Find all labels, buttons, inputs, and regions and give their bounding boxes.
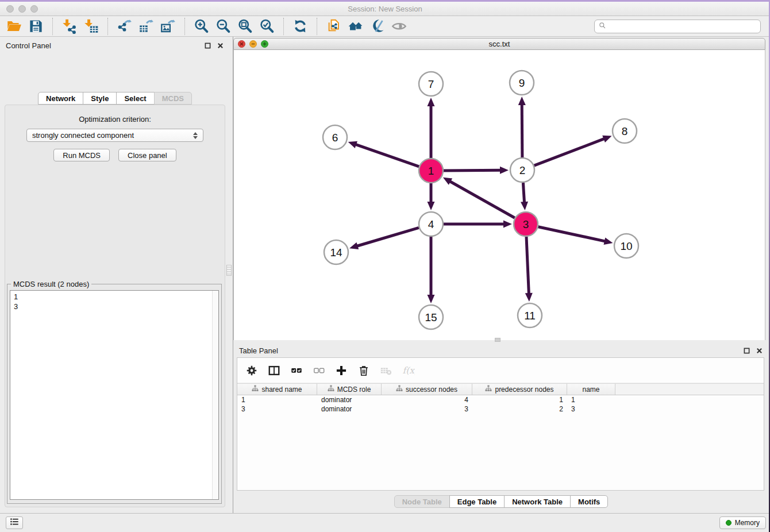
tab-style[interactable]: Style (83, 92, 117, 105)
svg-text:3: 3 (523, 218, 529, 230)
export-network-icon[interactable] (116, 18, 133, 34)
tab-node-table[interactable]: Node Table (394, 495, 450, 508)
home-view-icon[interactable] (347, 18, 364, 34)
graph-edge-4-14[interactable] (357, 228, 419, 246)
graph-node-2[interactable]: 2 (510, 158, 534, 182)
column-header-successor-nodes[interactable]: successor nodes (382, 384, 472, 395)
zoom-fit-icon[interactable] (237, 18, 253, 34)
graph-arrowhead (500, 167, 509, 174)
graph-node-11[interactable]: 11 (518, 303, 542, 327)
show-hide-graphics-icon[interactable] (391, 18, 407, 34)
column-header-name[interactable]: name (567, 384, 615, 395)
column-header-mcds-role[interactable]: MCDS role (317, 384, 382, 395)
graph-node-3[interactable]: 3 (514, 212, 538, 236)
cell-shared-name[interactable]: 1 (237, 395, 317, 404)
graph-arrowhead (518, 97, 526, 105)
graph-node-4[interactable]: 4 (419, 212, 443, 236)
select-all-icon[interactable] (290, 364, 303, 377)
zoom-in-icon[interactable] (193, 18, 210, 34)
import-network-icon[interactable] (61, 18, 78, 34)
task-history-button[interactable] (6, 516, 23, 529)
tab-edge-table[interactable]: Edge Table (449, 495, 505, 508)
cell-name[interactable]: 3 (567, 404, 615, 414)
tree-icon (252, 385, 259, 394)
criterion-value: strongly connected component (32, 131, 134, 140)
add-column-icon[interactable] (334, 364, 348, 377)
graph-node-15[interactable]: 15 (419, 305, 443, 329)
graph-arrowhead (503, 221, 512, 228)
apply-style-icon[interactable] (369, 18, 386, 34)
table-row[interactable]: 1dominator411 (237, 395, 764, 404)
control-panel: Control Panel NetworkStyleSelectMCDS Opt… (0, 37, 230, 513)
graph-edge-2-3[interactable] (523, 183, 524, 203)
graph-node-10[interactable]: 10 (614, 234, 638, 258)
cell-mcds-role[interactable]: dominator (317, 395, 382, 404)
cell-mcds-role[interactable]: dominator (317, 404, 382, 414)
open-session-icon[interactable] (6, 18, 22, 34)
float-table-panel-icon[interactable] (743, 347, 750, 354)
export-table-icon[interactable] (138, 18, 155, 34)
split-panel-icon[interactable] (267, 364, 281, 377)
search-input[interactable] (609, 21, 756, 31)
graph-edge-1-2[interactable] (444, 170, 501, 171)
export-image-icon[interactable] (160, 18, 176, 34)
close-table-panel-icon[interactable] (756, 347, 763, 354)
graph-node-6[interactable]: 6 (323, 125, 347, 149)
tab-network-table[interactable]: Network Table (504, 495, 571, 508)
zoom-out-icon[interactable] (215, 18, 232, 34)
graph-edge-3-11[interactable] (526, 237, 529, 294)
duplicate-network-icon[interactable] (325, 18, 342, 34)
graph-node-7[interactable]: 7 (419, 72, 443, 96)
graph-node-1[interactable]: 1 (419, 159, 443, 183)
graph-arrowhead (428, 295, 435, 303)
graph-node-9[interactable]: 9 (510, 71, 534, 95)
graph-edge-2-8[interactable] (534, 138, 605, 165)
deselect-all-icon[interactable] (312, 364, 326, 377)
delete-column-icon[interactable] (357, 364, 371, 377)
network-resize-handle[interactable] (495, 338, 500, 342)
vertical-splitter-handle[interactable] (226, 265, 232, 276)
network-graph: 7968124314101511 (234, 50, 765, 340)
mcds-result-text[interactable]: 1 3 (10, 290, 219, 500)
graph-edge-2-9[interactable] (522, 104, 522, 157)
close-panel-button[interactable]: Close panel (118, 149, 176, 161)
memory-button[interactable]: Memory (719, 516, 766, 529)
criterion-select[interactable]: strongly connected component (26, 129, 203, 142)
float-panel-icon[interactable] (204, 42, 211, 49)
tab-mcds[interactable]: MCDS (154, 92, 192, 105)
cell-predecessor-nodes[interactable]: 1 (472, 395, 567, 404)
cell-shared-name[interactable]: 3 (237, 404, 317, 414)
toolbar-separator (317, 18, 317, 35)
table-settings-icon[interactable] (245, 364, 259, 377)
cell-predecessor-nodes[interactable]: 2 (472, 404, 567, 414)
save-session-icon[interactable] (28, 18, 44, 34)
svg-text:7: 7 (428, 78, 434, 90)
zoom-selected-icon[interactable] (259, 18, 275, 34)
column-header-predecessor-nodes[interactable]: predecessor nodes (472, 384, 567, 395)
graph-edge-1-6[interactable] (355, 144, 419, 167)
tab-network[interactable]: Network (38, 92, 83, 105)
result-scrollbar[interactable] (212, 291, 218, 499)
graph-edge-3-10[interactable] (538, 227, 606, 241)
cell-successor-nodes[interactable]: 3 (382, 404, 472, 414)
table-row[interactable]: 3dominator323 (237, 404, 764, 414)
graph-node-14[interactable]: 14 (324, 240, 348, 264)
mcds-result-group: MCDS result (2 nodes) 1 3 (7, 284, 222, 504)
run-mcds-button[interactable]: Run MCDS (53, 149, 110, 161)
cell-successor-nodes[interactable]: 4 (382, 395, 472, 404)
cell-name[interactable]: 1 (567, 395, 615, 404)
graph-edge-3-1[interactable] (449, 181, 515, 218)
network-canvas[interactable]: 7968124314101511 (233, 50, 765, 340)
table-body: 1dominator4113dominator323 (237, 395, 764, 414)
refresh-view-icon[interactable] (292, 18, 309, 34)
svg-text:8: 8 (622, 125, 628, 137)
import-table-icon[interactable] (83, 18, 99, 34)
column-header-shared-name[interactable]: shared name (237, 384, 317, 395)
tab-select[interactable]: Select (116, 92, 154, 105)
network-window-titlebar[interactable]: scc.txt (233, 38, 765, 50)
graph-node-8[interactable]: 8 (613, 119, 637, 143)
search-box[interactable] (594, 20, 761, 33)
tab-motifs[interactable]: Motifs (570, 495, 608, 508)
close-panel-icon[interactable] (217, 42, 224, 49)
window-titlebar[interactable]: Session: New Session (0, 2, 770, 16)
